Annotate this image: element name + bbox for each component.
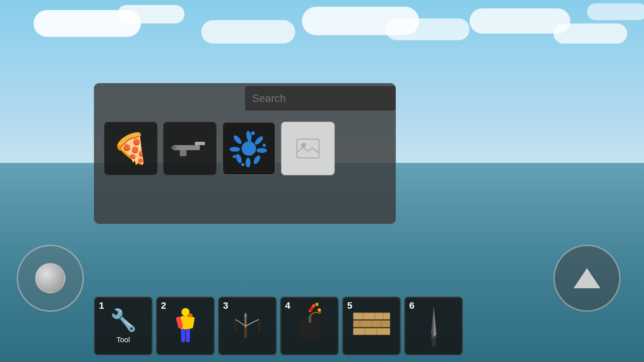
svg-rect-17: [297, 139, 319, 158]
inventory-item-pizza[interactable]: 🍕: [104, 122, 158, 175]
svg-rect-52: [431, 336, 436, 338]
gun-icon: [171, 138, 208, 159]
search-input[interactable]: [252, 92, 389, 105]
svg-rect-34: [353, 313, 390, 319]
inventory-item-gun[interactable]: [163, 122, 217, 175]
svg-point-12: [232, 134, 243, 145]
search-bar[interactable]: [245, 86, 396, 111]
svg-rect-24: [186, 329, 190, 342]
svg-line-27: [236, 319, 246, 326]
svg-point-13: [251, 131, 255, 135]
svg-rect-40: [353, 328, 390, 335]
hotbar-slot-3[interactable]: 3: [218, 297, 277, 355]
slot-2-number: 2: [161, 300, 166, 311]
svg-line-28: [246, 319, 259, 326]
jump-icon: [574, 268, 600, 288]
svg-point-6: [254, 135, 264, 146]
svg-point-10: [235, 153, 243, 164]
inventory-item-splat[interactable]: [222, 122, 276, 175]
svg-rect-1: [195, 142, 205, 145]
slot-1-number: 1: [99, 300, 104, 311]
svg-point-16: [241, 163, 245, 166]
slot-1-label: Tool: [116, 336, 130, 344]
svg-rect-51: [432, 337, 436, 347]
tool-icon: 🔧: [110, 308, 137, 333]
slot-5-number: 5: [347, 300, 353, 311]
inventory-item-placeholder[interactable]: [281, 122, 335, 175]
crossbow-icon: [229, 309, 266, 343]
svg-point-11: [229, 147, 240, 152]
svg-rect-23: [181, 329, 185, 342]
slot-4-number: 4: [285, 300, 290, 311]
svg-point-14: [263, 144, 266, 147]
svg-point-18: [301, 143, 306, 147]
svg-point-9: [246, 158, 250, 168]
svg-point-8: [253, 155, 262, 165]
hotbar-slot-4[interactable]: 4 🧨: [280, 297, 339, 355]
splat-icon: [229, 128, 269, 169]
svg-rect-0: [173, 145, 200, 150]
svg-point-7: [257, 148, 267, 153]
hotbar-slot-5[interactable]: 5: [342, 297, 401, 355]
slot-3-number: 3: [223, 300, 228, 311]
image-placeholder-icon: [296, 137, 320, 160]
svg-point-15: [233, 155, 236, 158]
svg-rect-2: [180, 150, 186, 156]
svg-point-25: [189, 313, 193, 317]
svg-point-4: [241, 141, 256, 156]
inventory-items-grid: 🍕: [101, 118, 389, 179]
joystick-left[interactable]: [17, 245, 84, 312]
hotbar-slot-6[interactable]: 6: [404, 297, 463, 355]
pizza-icon: 🍕: [112, 131, 149, 166]
hotbar: 1 🔧 Tool 2 3: [94, 297, 463, 355]
svg-rect-32: [309, 316, 311, 323]
joystick-knob: [35, 263, 65, 293]
svg-point-19: [181, 308, 190, 316]
jump-button[interactable]: [553, 245, 621, 312]
knife-icon: [424, 304, 444, 348]
wall-icon: [352, 311, 392, 341]
bomb-icon: [294, 308, 325, 345]
hotbar-slot-2[interactable]: 2: [156, 297, 215, 355]
slot-6-number: 6: [409, 300, 415, 311]
svg-rect-3: [171, 146, 176, 149]
figure-icon: [170, 306, 201, 346]
hotbar-slot-1[interactable]: 1 🔧 Tool: [94, 297, 153, 355]
